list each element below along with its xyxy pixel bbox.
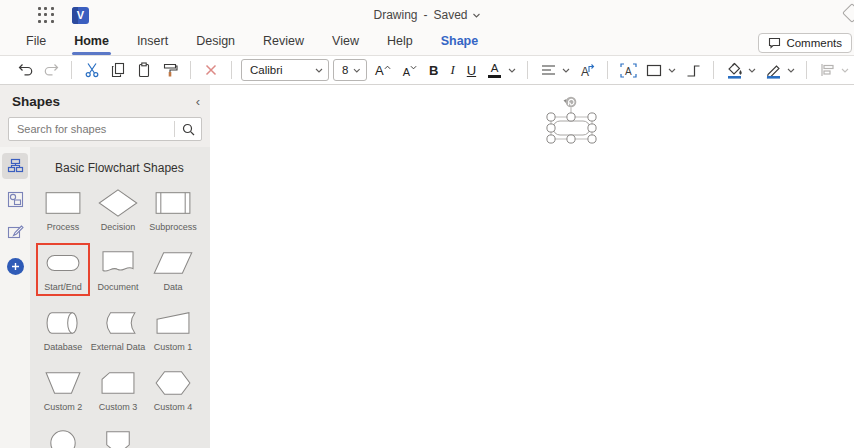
shape-label: Subprocess [149, 222, 197, 232]
grow-font-button[interactable]: A [371, 59, 395, 81]
font-family-value: Calibri [250, 64, 283, 76]
shape-gallery: Basic Flowchart Shapes ProcessDecisionSu… [30, 147, 210, 448]
font-color-swatch [488, 75, 501, 78]
drawing-canvas[interactable] [210, 85, 854, 448]
menu-tab-insert[interactable]: Insert [123, 30, 182, 55]
shape-label: External Data [91, 342, 146, 352]
redo-button[interactable] [40, 59, 62, 81]
line-color-button[interactable] [762, 59, 784, 81]
selected-shape-handles[interactable] [543, 92, 603, 144]
fill-color-button[interactable] [723, 59, 745, 81]
shape-start-end[interactable]: Start/End [36, 243, 90, 296]
stencil-section-title: Basic Flowchart Shapes [30, 147, 210, 181]
text-box-button[interactable]: A [617, 59, 639, 81]
shape-external-data[interactable]: External Data [91, 303, 145, 356]
align-objects-dropdown[interactable] [839, 59, 851, 81]
text-orientation-button[interactable]: A [576, 59, 598, 81]
shape-label: Database [44, 342, 83, 352]
stencil-flowchart-button[interactable] [2, 153, 28, 179]
bold-button[interactable]: B [425, 59, 442, 81]
delete-button[interactable] [200, 59, 222, 81]
menu-tab-file[interactable]: File [12, 30, 60, 55]
font-family-select[interactable]: Calibri [241, 59, 329, 81]
font-size-select[interactable]: 8 [333, 59, 367, 81]
shape-custom3[interactable]: Custom 3 [91, 363, 145, 416]
align-objects-button[interactable] [816, 59, 838, 81]
italic-button[interactable]: I [446, 59, 458, 81]
menu-tab-review[interactable]: Review [249, 30, 318, 55]
underline-button[interactable]: U [463, 59, 480, 81]
comments-label: Comments [786, 37, 842, 49]
titlebar: V Drawing - Saved [0, 0, 854, 30]
align-text-button[interactable] [537, 59, 559, 81]
shape-data[interactable]: Data [146, 243, 200, 296]
app-launcher-icon[interactable] [38, 7, 54, 23]
shape-search [8, 117, 202, 141]
shape-label: Document [97, 282, 138, 292]
line-color-dropdown[interactable] [785, 59, 797, 81]
search-button[interactable] [175, 118, 201, 140]
on-page-shape-icon [41, 428, 85, 448]
menu-tab-view[interactable]: View [318, 30, 373, 55]
shape-search-input[interactable] [9, 123, 174, 135]
svg-text:A: A [625, 65, 632, 76]
shape-style-button[interactable] [643, 59, 665, 81]
shape-on-page[interactable]: On-page [36, 423, 90, 448]
menu-tabs: FileHomeInsertDesignReviewViewHelpShape [12, 30, 492, 55]
subprocess-shape-icon [151, 188, 195, 218]
undo-button[interactable] [14, 59, 36, 81]
shape-decision[interactable]: Decision [91, 183, 145, 236]
format-painter-button[interactable] [159, 59, 181, 81]
shape-subprocess[interactable]: Subprocess [146, 183, 200, 236]
copy-button[interactable] [107, 59, 129, 81]
shape-label: Custom 4 [154, 402, 193, 412]
stencil-strip [0, 147, 30, 448]
comments-button[interactable]: Comments [758, 33, 852, 53]
custom3-shape-icon [96, 368, 140, 398]
menu-tab-design[interactable]: Design [182, 30, 249, 55]
visio-logo-icon[interactable]: V [72, 7, 89, 24]
decision-shape-icon [96, 188, 140, 218]
align-text-dropdown[interactable] [560, 59, 572, 81]
shape-custom2[interactable]: Custom 2 [36, 363, 90, 416]
shape-style-dropdown[interactable] [666, 59, 678, 81]
menu-tab-home[interactable]: Home [60, 30, 123, 55]
premium-gem-icon[interactable] [842, 3, 854, 23]
comment-icon [768, 37, 781, 49]
menu-tab-shape[interactable]: Shape [427, 30, 493, 55]
shape-document[interactable]: Document [91, 243, 145, 296]
stencil-shapes-button[interactable] [2, 186, 28, 212]
shape-grid: ProcessDecisionSubprocessStart/EndDocume… [30, 181, 210, 448]
svg-text:A: A [581, 65, 589, 78]
font-color-dropdown[interactable] [506, 59, 518, 81]
shape-label: Custom 2 [44, 402, 83, 412]
rotation-handle-icon[interactable] [566, 97, 577, 108]
shape-off-page[interactable]: Off-page [91, 423, 145, 448]
font-color-button[interactable]: A [484, 59, 505, 81]
shape-process[interactable]: Process [36, 183, 90, 236]
shape-custom4[interactable]: Custom 4 [146, 363, 200, 416]
process-shape-icon [41, 188, 85, 218]
shrink-font-button[interactable]: A [399, 59, 421, 81]
shape-database[interactable]: Database [36, 303, 90, 356]
menu-tab-help[interactable]: Help [373, 30, 427, 55]
document-name: Drawing [373, 8, 417, 22]
stencil-edit-button[interactable] [2, 219, 28, 245]
external-data-shape-icon [96, 308, 140, 338]
shape-label: Process [47, 222, 80, 232]
shapes-stencil-icon [7, 191, 24, 208]
connector-button[interactable] [682, 59, 704, 81]
shapes-panel-title: Shapes [12, 94, 60, 109]
cut-button[interactable] [81, 59, 103, 81]
add-stencil-button[interactable] [7, 258, 24, 275]
shapes-panel: Shapes ‹ [0, 85, 210, 448]
selected-start-end-shape[interactable] [553, 121, 590, 135]
collapse-panel-button[interactable]: ‹ [196, 94, 200, 109]
font-size-value: 8 [342, 64, 348, 76]
document-title[interactable]: Drawing - Saved [373, 8, 480, 22]
fill-color-dropdown[interactable] [746, 59, 758, 81]
custom1-shape-icon [151, 308, 195, 338]
shape-custom1[interactable]: Custom 1 [146, 303, 200, 356]
database-shape-icon [41, 308, 85, 338]
paste-button[interactable] [133, 59, 155, 81]
